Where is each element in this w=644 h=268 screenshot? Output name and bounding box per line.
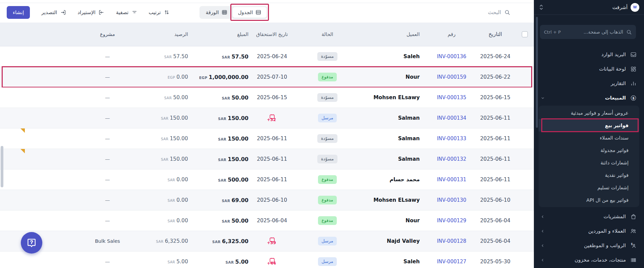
table-row[interactable]: 2025-06-10INV-000130Mohsen ELsawyمدفوع20… xyxy=(0,190,534,210)
header-amount[interactable]: المبلغ xyxy=(196,32,250,37)
submenu-item-label: فواتير نقدية xyxy=(605,173,629,178)
sidebar: W أشرقت الذهاب إلى صفحة... Ctrl + P البر… xyxy=(534,0,644,268)
header-date[interactable]: التاريخ xyxy=(475,31,515,37)
sidebar-scrollbar-thumb[interactable] xyxy=(536,17,538,128)
sidebar-item-inbox[interactable]: البريد الوارد xyxy=(537,48,641,61)
header-number[interactable]: رقم xyxy=(428,32,475,37)
goto-placeholder: الذهاب إلى صفحة... xyxy=(584,29,623,35)
sidebar-item-sales[interactable]: $المبيعات xyxy=(537,91,641,105)
cell-number: INV-000131 xyxy=(428,177,475,183)
table-row[interactable]: 2025-06-15INV-000135Mohsen ELsawyمسوّدة2… xyxy=(0,87,534,108)
cell-due-date: 2025-06-11 xyxy=(250,177,294,183)
cell-status: مسوّدة xyxy=(294,134,361,143)
cell-due-date: 2025-06-10 xyxy=(250,197,294,203)
table-row[interactable]: 2025-06-11INV-000131محمد حساممدفوع2025-0… xyxy=(0,169,534,190)
amount-value: SAR150.00 xyxy=(161,156,188,162)
header-customer[interactable]: العميل xyxy=(361,32,428,37)
invoice-link[interactable]: INV-000128 xyxy=(437,238,466,244)
view-table-button[interactable]: الجدول xyxy=(233,7,267,18)
sidebar-item-payroll[interactable]: $الرواتب و الموظفين xyxy=(537,239,641,252)
submenu-item-label: فواتير مجدولة xyxy=(601,148,629,153)
cell-date: 2025-05-30 xyxy=(475,259,515,265)
cell-date: 2025-06-10 xyxy=(475,197,515,203)
user-name[interactable]: أشرقت xyxy=(612,5,628,10)
header-status[interactable]: الحالة xyxy=(294,32,361,37)
cell-date: 2025-06-22 xyxy=(475,74,515,80)
table-row[interactable]: 2025-06-11INV-000133Salmanمسوّدة2025-06-… xyxy=(0,128,534,149)
amount-number: 50.00 xyxy=(231,218,248,224)
inventory-icon xyxy=(630,257,637,263)
submenu-item[interactable]: فواتير بيع من ال API xyxy=(539,194,639,206)
svg-text:$: $ xyxy=(632,96,634,100)
table-row[interactable]: 2025-06-04INV-000129Nourمدفوع2025-06-04S… xyxy=(0,210,534,231)
cell-balance: SAR5.00 xyxy=(136,259,196,265)
submenu-item[interactable]: إشعارات دائنة xyxy=(539,156,639,169)
sidebar-item-inventory[interactable]: منتجات، خدمات، مخزون xyxy=(537,253,641,267)
invoice-link[interactable]: INV-000159 xyxy=(437,74,466,80)
table-row[interactable]: 2025-06-11INV-000134Salmanمرسل+32SAR150.… xyxy=(0,108,534,128)
reports-icon xyxy=(630,80,637,87)
empty-dash: — xyxy=(105,136,110,141)
export-button[interactable]: التصدير xyxy=(41,9,66,15)
table-row[interactable]: 2025-06-24INV-000136Salehمسوّدة2025-06-2… xyxy=(0,46,534,67)
invoice-link[interactable]: INV-000135 xyxy=(437,94,466,101)
filter-button[interactable]: تصفية xyxy=(116,9,137,15)
cell-project: — xyxy=(79,74,136,80)
empty-dash: — xyxy=(105,74,110,80)
cell-date: 2025-06-11 xyxy=(475,177,515,183)
table-row[interactable]: 2025-05-30INV-000127Salehمرسل+44SAR5.00S… xyxy=(0,252,534,268)
table-row[interactable]: 2025-06-11INV-000132Salmanمسوّدة2025-06-… xyxy=(0,149,534,169)
collapse-sidebar-button[interactable] xyxy=(539,4,543,10)
invoice-link[interactable]: INV-000136 xyxy=(437,53,466,60)
import-button[interactable]: الإستيراد xyxy=(78,9,104,15)
goto-page-search[interactable]: الذهاب إلى صفحة... Ctrl + P xyxy=(540,25,636,39)
view-sheet-button[interactable]: الورقة xyxy=(200,7,233,18)
invoice-link[interactable]: INV-000134 xyxy=(437,115,466,121)
invoice-link[interactable]: INV-000133 xyxy=(437,136,466,142)
invoice-link[interactable]: INV-000129 xyxy=(437,218,466,224)
currency-code: SAR xyxy=(161,137,169,141)
select-all-checkbox[interactable] xyxy=(522,31,528,37)
avatar[interactable]: W xyxy=(631,3,639,12)
create-button[interactable]: إنشاء xyxy=(7,6,30,19)
sidebar-item-customers[interactable]: العملاء و الموردين xyxy=(537,224,641,238)
cell-status: مسوّدة xyxy=(294,155,361,163)
submenu-item[interactable]: فواتير بيع xyxy=(539,119,639,131)
submenu-item-label: عروض أسعار و فواتير مبدئية xyxy=(571,110,629,116)
invoice-link[interactable]: INV-000130 xyxy=(437,197,466,203)
invoice-link[interactable]: INV-000131 xyxy=(437,177,466,183)
export-icon xyxy=(60,9,66,15)
sidebar-item-purchases[interactable]: المشتريات xyxy=(537,210,641,223)
main-scrollbar-thumb[interactable] xyxy=(1,146,3,187)
status-badge: مسوّدة xyxy=(317,134,337,143)
help-button[interactable]: ? xyxy=(21,232,42,254)
invoice-link[interactable]: INV-000127 xyxy=(437,259,466,265)
status-badge: مدفوع xyxy=(318,175,337,184)
table-row[interactable]: 2025-06-22INV-000159Nourمدفوع2025-07-10E… xyxy=(0,67,534,87)
table-row[interactable]: 2025-06-04INV-000128Najd Valleyمرسل+39SA… xyxy=(0,231,534,252)
invoice-link[interactable]: INV-000132 xyxy=(437,156,466,162)
search-button[interactable]: البحث xyxy=(488,9,510,15)
amount-number: 500.00 xyxy=(228,177,248,183)
cell-customer: Salman xyxy=(361,136,428,142)
import-icon xyxy=(98,9,104,15)
sidebar-item-label: لوحة البيانات xyxy=(599,66,626,72)
submenu-item[interactable]: عروض أسعار و فواتير مبدئية xyxy=(539,107,639,119)
cell-date: 2025-06-24 xyxy=(475,53,515,60)
amount-value: SAR150.00 xyxy=(161,136,188,142)
header-project[interactable]: مشروع xyxy=(79,32,136,37)
sidebar-item-reports[interactable]: التقارير xyxy=(537,77,641,90)
sidebar-item-dashboard[interactable]: لوحة البيانات xyxy=(537,62,641,76)
chevron-up-icon xyxy=(539,4,543,7)
currency-code: EGP xyxy=(199,76,208,80)
submenu-item[interactable]: إشعارات تسليم xyxy=(539,181,639,194)
submenu-item[interactable]: سندات العملاء xyxy=(539,131,639,144)
cell-amount: EGP1,000,000.00 xyxy=(196,74,250,80)
toolbar: البحث الجدول الورقة ترتيب تصفية الإستيرا… xyxy=(0,0,534,23)
header-due-date[interactable]: تاريخ الاستحقاق xyxy=(250,31,294,38)
submenu-item[interactable]: فواتير نقدية xyxy=(539,169,639,181)
submenu-item[interactable]: فواتير مجدولة xyxy=(539,144,639,156)
header-balance[interactable]: الرصيد xyxy=(136,32,196,37)
amount-value: SAR50.00 xyxy=(222,94,248,101)
sort-button[interactable]: ترتيب xyxy=(149,9,170,15)
